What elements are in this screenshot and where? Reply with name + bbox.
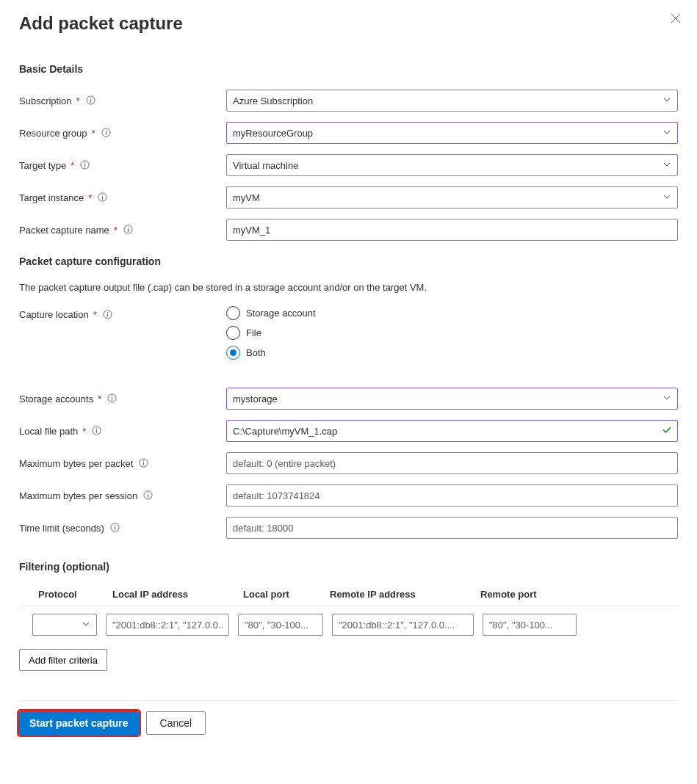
radio-file-label: File [246, 327, 261, 338]
info-icon[interactable] [101, 128, 112, 138]
svg-point-27 [143, 460, 144, 461]
filter-protocol-select[interactable] [32, 614, 97, 636]
resource-group-label: Resource group [19, 128, 87, 139]
target-type-label: Target type [19, 160, 66, 171]
chevron-down-icon [662, 192, 671, 203]
radio-both[interactable]: Both [226, 346, 678, 360]
info-icon[interactable] [92, 426, 102, 436]
svg-point-9 [84, 162, 85, 163]
header-local-port: Local port [236, 589, 330, 600]
svg-point-12 [102, 195, 103, 195]
required-indicator: * [98, 393, 101, 404]
max-bytes-packet-input[interactable] [226, 452, 678, 474]
target-instance-value: myVM [233, 192, 260, 203]
target-type-value: Virtual machine [233, 160, 298, 171]
local-file-path-input[interactable] [226, 420, 678, 442]
info-icon[interactable] [86, 95, 96, 106]
resource-group-value: myResourceGroup [233, 128, 313, 139]
header-remote-port: Remote port [480, 589, 583, 600]
resource-group-select[interactable]: myResourceGroup [226, 122, 678, 144]
svg-point-21 [112, 396, 112, 396]
radio-storage-account[interactable]: Storage account [226, 306, 678, 320]
info-icon[interactable] [110, 523, 120, 533]
section-capture-config: Packet capture configuration [19, 255, 678, 267]
add-filter-button[interactable]: Add filter criteria [19, 649, 107, 671]
required-indicator: * [82, 426, 86, 437]
chevron-down-icon [662, 393, 671, 404]
max-bytes-session-input[interactable] [226, 484, 678, 507]
required-indicator: * [93, 309, 97, 320]
subscription-value: Azure Subscription [233, 95, 313, 106]
local-file-path-label: Local file path [19, 426, 78, 437]
radio-both-label: Both [246, 347, 266, 358]
storage-accounts-value: mystorage [233, 393, 278, 404]
subscription-select[interactable]: Azure Subscription [226, 90, 678, 112]
required-indicator: * [92, 128, 95, 139]
target-type-select[interactable]: Virtual machine [226, 154, 678, 176]
radio-storage-label: Storage account [246, 308, 316, 319]
chevron-down-icon [662, 95, 671, 106]
close-button[interactable] [671, 13, 681, 26]
start-capture-button[interactable]: Start packet capture [19, 711, 139, 735]
time-limit-input[interactable] [226, 517, 678, 539]
section-filtering: Filtering (optional) [19, 561, 678, 573]
close-icon [671, 13, 681, 23]
target-instance-label: Target instance [19, 192, 84, 203]
cancel-button[interactable]: Cancel [146, 711, 206, 735]
capture-name-input[interactable] [226, 219, 678, 241]
filter-table-header: Protocol Local IP address Local port Rem… [19, 589, 678, 606]
storage-accounts-select[interactable]: mystorage [226, 388, 678, 410]
filter-remote-port-input[interactable] [483, 614, 577, 636]
svg-point-33 [115, 525, 115, 526]
info-icon[interactable] [98, 192, 108, 203]
info-icon[interactable] [103, 310, 113, 320]
filter-row [19, 606, 678, 646]
filter-local-port-input[interactable] [238, 614, 323, 636]
info-icon[interactable] [107, 393, 118, 404]
info-icon[interactable] [139, 458, 149, 468]
filter-local-ip-input[interactable] [106, 614, 229, 636]
required-indicator: * [71, 160, 74, 171]
required-indicator: * [114, 225, 118, 236]
info-icon[interactable] [143, 490, 154, 501]
radio-file[interactable]: File [226, 326, 678, 340]
target-instance-select[interactable]: myVM [226, 186, 678, 208]
time-limit-label: Time limit (seconds) [19, 523, 104, 534]
config-description: The packet capture output file (.cap) ca… [19, 282, 678, 293]
capture-location-radio-group: Storage account File Both [226, 306, 678, 360]
chevron-down-icon [662, 160, 671, 171]
capture-name-label: Packet capture name [19, 225, 109, 236]
panel-title: Add packet capture [19, 13, 678, 34]
checkmark-icon [662, 425, 672, 438]
subscription-label: Subscription [19, 95, 72, 106]
svg-point-3 [90, 98, 90, 98]
section-basic-details: Basic Details [19, 63, 678, 75]
svg-point-6 [105, 130, 106, 131]
svg-point-15 [128, 227, 129, 228]
svg-point-24 [96, 428, 97, 429]
chevron-down-icon [82, 620, 90, 631]
max-bytes-packet-label: Maximum bytes per packet [19, 458, 133, 469]
required-indicator: * [76, 95, 80, 106]
header-remote-ip: Remote IP address [330, 589, 480, 600]
capture-location-label: Capture location [19, 309, 89, 320]
filter-remote-ip-input[interactable] [332, 614, 474, 636]
info-icon[interactable] [123, 225, 134, 235]
info-icon[interactable] [80, 160, 90, 170]
header-local-ip: Local IP address [104, 589, 236, 600]
chevron-down-icon [662, 128, 671, 139]
storage-accounts-label: Storage accounts [19, 393, 93, 404]
svg-point-30 [148, 493, 148, 493]
header-protocol: Protocol [19, 589, 104, 600]
max-bytes-session-label: Maximum bytes per session [19, 490, 137, 501]
required-indicator: * [88, 192, 92, 203]
svg-point-18 [106, 311, 107, 312]
